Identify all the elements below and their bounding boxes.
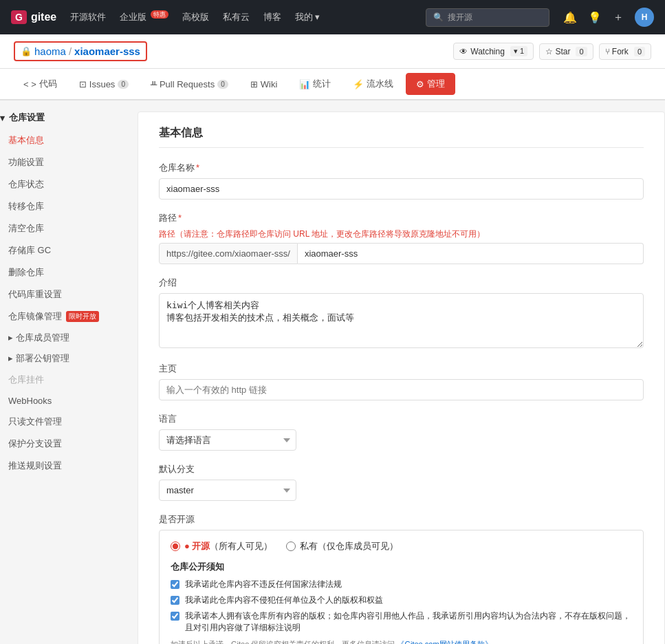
clear-label: 清空仓库 xyxy=(8,222,44,235)
homepage-input[interactable] xyxy=(159,379,644,400)
watch-label: Watching xyxy=(470,47,505,56)
fork-button[interactable]: ⑂ Fork 0 xyxy=(599,43,651,60)
mirror-label: 仓库镜像管理 xyxy=(8,310,62,323)
tab-pr-label: Pull Requests xyxy=(160,79,215,89)
repo-header: 🔒 haoma / xiaomaer-sss 👁 Watching ▾ 1 ☆ … xyxy=(0,34,665,69)
private-radio[interactable] xyxy=(286,541,296,551)
plus-icon[interactable]: ＋ xyxy=(613,10,624,25)
delete-label: 删除仓库 xyxy=(8,266,44,279)
tab-pullrequests[interactable]: ᚇ Pull Requests 0 xyxy=(141,72,238,98)
tab-pipeline[interactable]: ⚡ 流水线 xyxy=(343,71,403,98)
enterprise-badge: 特惠 xyxy=(151,10,168,19)
intro-textarea[interactable]: kiwi个人博客相关内容 博客包括开发相关的技术点，相关概念，面试等 xyxy=(159,293,644,348)
triangle-icon: ▾ xyxy=(0,113,5,123)
tab-stats[interactable]: 📊 统计 xyxy=(290,71,340,98)
checkbox-2[interactable] xyxy=(171,596,179,605)
path-label: 路径* xyxy=(159,212,644,224)
repo-name[interactable]: xiaomaer-sss xyxy=(74,45,140,57)
tab-code-label: 代码 xyxy=(39,78,57,90)
sidebar-item-push-rules[interactable]: 推送规则设置 xyxy=(0,455,131,477)
avatar[interactable]: H xyxy=(635,8,654,27)
gc-label: 存储库 GC xyxy=(8,244,51,257)
form-group-branch: 默认分支 master xyxy=(159,463,644,501)
branch-label: 默认分支 xyxy=(159,463,644,475)
sidebar-item-readonly-files[interactable]: 只读文件管理 xyxy=(0,411,131,433)
fork-label: ⑂ Fork xyxy=(605,47,629,56)
fork-count: 0 xyxy=(634,47,645,56)
branch-select[interactable]: master xyxy=(159,480,296,501)
repo-name-input[interactable] xyxy=(159,178,644,200)
repo-path-box: 🔒 haoma / xiaomaer-sss xyxy=(14,41,147,61)
nav-mine[interactable]: 我的 ▾ xyxy=(295,11,320,23)
sidebar-item-clear[interactable]: 清空仓库 xyxy=(0,217,131,239)
repo-path: 🔒 haoma / xiaomaer-sss xyxy=(15,43,146,60)
bulb-icon[interactable]: 💡 xyxy=(588,11,602,24)
main-layout: ▾ 仓库设置 基本信息 功能设置 仓库状态 转移仓库 清空仓库 存储库 GC 删… xyxy=(0,100,665,644)
tab-code[interactable]: < > 代码 xyxy=(14,71,67,98)
repo-name-label: 仓库名称* xyxy=(159,162,644,174)
pr-icon: ᚇ xyxy=(151,79,157,89)
search-icon: 🔍 xyxy=(433,12,444,22)
checkbox-3[interactable] xyxy=(171,612,179,621)
private-radio-label[interactable]: 私有（仅仓库成员可见） xyxy=(286,540,398,552)
lock-icon: 🔒 xyxy=(21,46,32,56)
language-select[interactable]: 请选择语言 xyxy=(159,429,296,451)
watch-button[interactable]: 👁 Watching ▾ 1 xyxy=(453,43,534,60)
terms-link[interactable]: 《Gitee.com网站使用条款》 xyxy=(397,640,492,644)
language-label: 语言 xyxy=(159,413,644,425)
open-source-radio-label[interactable]: ● 开源（所有人可见） xyxy=(171,540,272,552)
sidebar-group-deploy-keys[interactable]: ▸ 部署公钥管理 xyxy=(0,348,131,369)
sidebar-item-webhooks[interactable]: WebHooks xyxy=(0,391,131,411)
content-area: 基本信息 仓库名称* 路径* 路径（请注意：仓库路径即仓库访问 URL 地址，更… xyxy=(138,111,665,644)
star-button[interactable]: ☆ Star 0 xyxy=(539,43,593,60)
bell-icon[interactable]: 🔔 xyxy=(563,11,577,24)
star-label: ☆ Star xyxy=(545,47,570,56)
form-group-repo-name: 仓库名称* xyxy=(159,162,644,200)
checkbox-row-3: 我承诺本人拥有该仓库所有内容的版权；如仓库内容引用他人作品，我承诺所引用内容均认… xyxy=(171,610,632,634)
repo-owner-link[interactable]: haoma xyxy=(34,45,66,57)
nav-blog[interactable]: 博客 xyxy=(263,11,281,23)
tab-manage[interactable]: ⚙ 管理 xyxy=(406,73,455,95)
open-source-radio[interactable] xyxy=(171,541,180,551)
protect-branch-label: 保护分支设置 xyxy=(8,438,62,450)
private-option-text: 私有（仅仓库成员可见） xyxy=(300,540,398,552)
sidebar-item-gc[interactable]: 存储库 GC xyxy=(0,239,131,261)
form-group-path: 路径* 路径（请注意：仓库路径即仓库访问 URL 地址，更改仓库路径将导致原克隆… xyxy=(159,212,644,264)
radio-row: ● 开源（所有人可见） 私有（仅仓库成员可见） xyxy=(171,540,632,552)
search-box[interactable]: 🔍 搜开源 xyxy=(426,8,549,27)
sidebar-item-mirror[interactable]: 仓库镜像管理 限时开放 xyxy=(0,305,131,328)
sidebar-item-basic-info[interactable]: 基本信息 xyxy=(0,129,131,151)
homepage-label: 主页 xyxy=(159,363,644,375)
sidebar-item-transfer[interactable]: 转移仓库 xyxy=(0,195,131,217)
intro-label: 介绍 xyxy=(159,277,644,289)
path-separator: / xyxy=(69,45,72,57)
section-label: 仓库设置 xyxy=(9,111,45,124)
repo-tabs: < > 代码 ⊡ Issues 0 ᚇ Pull Requests 0 ⊞ Wi… xyxy=(0,69,665,100)
nav-enterprise[interactable]: 企业版 特惠 xyxy=(120,10,168,23)
checkbox-2-label: 我承诺此仓库内容不侵犯任何单位及个人的版权和权益 xyxy=(185,594,383,606)
logo[interactable]: G gitee xyxy=(11,10,56,24)
nav-university[interactable]: 高校版 xyxy=(182,11,209,23)
sidebar-item-delete[interactable]: 删除仓库 xyxy=(0,261,131,283)
sidebar-item-reset[interactable]: 代码库重设置 xyxy=(0,283,131,305)
webhooks-label: WebHooks xyxy=(8,396,52,406)
form-group-language: 语言 请选择语言 xyxy=(159,413,644,451)
form-group-homepage: 主页 xyxy=(159,363,644,400)
required-mark: * xyxy=(196,162,199,173)
nav-open-source[interactable]: 开源软件 xyxy=(70,11,106,23)
sidebar-item-status[interactable]: 仓库状态 xyxy=(0,173,131,195)
sidebar-group-members[interactable]: ▸ 仓库成员管理 xyxy=(0,328,131,348)
nav-icons: 🔔 💡 ＋ H xyxy=(563,8,654,27)
basic-info-label: 基本信息 xyxy=(8,134,44,147)
status-label: 仓库状态 xyxy=(8,178,44,191)
tab-issues[interactable]: ⊡ Issues 0 xyxy=(69,72,138,98)
sidebar-section-title[interactable]: ▾ 仓库设置 xyxy=(0,111,131,124)
path-input[interactable] xyxy=(298,243,644,264)
sidebar-item-protect-branch[interactable]: 保护分支设置 xyxy=(0,433,131,455)
nav-private-cloud[interactable]: 私有云 xyxy=(223,11,250,23)
checkbox-1[interactable] xyxy=(171,580,179,589)
features-label: 功能设置 xyxy=(8,156,44,169)
star-count: 0 xyxy=(576,47,587,56)
tab-wiki[interactable]: ⊞ Wiki xyxy=(241,72,287,98)
sidebar-item-features[interactable]: 功能设置 xyxy=(0,151,131,173)
